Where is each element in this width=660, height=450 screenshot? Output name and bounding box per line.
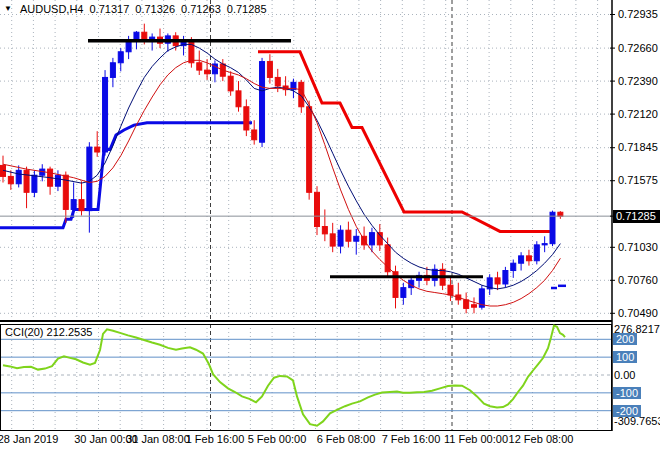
candle-body [16,170,21,183]
current-price-badge: 0.71285 [613,210,660,223]
candle-body [55,175,60,186]
cci-level-badge: 100 [613,351,637,363]
chart-canvas[interactable] [0,0,660,450]
support-step-line [0,123,252,228]
candle-body [315,192,320,226]
candle-body [401,288,406,298]
candle-body [550,212,555,243]
price-tick-label: 0.72390 [617,75,659,87]
candle-body [519,256,524,263]
candle-body [228,76,233,91]
candle-body [495,278,500,284]
candle-body [32,175,37,192]
price-tick-label: 0.71030 [617,241,659,253]
time-tick-label: 7 Feb 16:00 [382,433,441,445]
cci-zero-label: 0.00 [614,369,635,381]
cci-min-label: -309.7653 [614,415,660,427]
cci-level-badge: -100 [613,387,641,399]
resistance-step-line [258,52,553,232]
candle-body [511,263,516,270]
cci-level-badge: -200 [613,405,641,417]
time-tick-label: 31 Jan 08:00 [126,433,190,445]
cci-panel-border [1,325,612,431]
current-price-value: 0.71285 [616,210,656,222]
candle-body [267,62,272,78]
symbol-label: AUDUSD,H4 [20,3,84,15]
candle-body [307,107,312,193]
candle-body [244,107,249,130]
price-tick-label: 0.71575 [617,174,659,186]
candle-body [252,130,257,140]
candle-body [189,40,194,63]
candle-body [558,212,563,216]
candle-body [503,271,508,284]
price-tick-label: 0.72660 [617,42,659,54]
symbol-dropdown-icon[interactable]: ▼ [4,4,12,14]
candle-body [71,200,76,210]
time-tick-label: 28 Jan 2019 [0,433,58,445]
candle-body [118,52,123,63]
candle-body [322,227,327,234]
candle-body [542,244,547,245]
candle-body [87,147,92,211]
time-tick-label: 6 Feb 08:00 [317,433,376,445]
candle-body [8,176,13,183]
candle-body [338,230,343,246]
ohlc-open-value: 0.71317 [90,3,130,15]
ohlc-high-value: 0.71326 [135,3,175,15]
trading-chart-window: ▼ AUDUSD,H4 0.71317 0.71326 0.71263 0.71… [0,0,660,450]
candle-body [448,285,453,295]
candle-body [464,300,469,309]
candle-body [236,91,241,107]
candle-body [95,147,100,152]
time-tick-label: 12 Feb 08:00 [509,433,574,445]
candle-body [197,63,202,70]
price-tick-label: 0.72120 [617,108,659,120]
symbol-ohlc-header: ▼ AUDUSD,H4 0.71317 0.71326 0.71263 0.71… [4,2,267,16]
candle-body [260,62,265,143]
price-tick-label: 0.71845 [617,141,659,153]
candle-body [110,63,115,78]
candle-body [330,234,335,246]
candle-body [369,233,374,245]
candle-body [385,245,390,272]
candle-body [526,256,531,261]
candle-body [354,236,359,241]
candle-body [534,245,539,261]
cci-level-badge: 200 [613,333,637,345]
candle-body [472,305,477,307]
time-tick-label: 1 Feb 16:00 [186,433,245,445]
candle-body [79,200,84,211]
ohlc-low-value: 0.71263 [181,3,221,15]
candle-body [142,32,147,39]
price-tick-label: 0.70760 [617,274,659,286]
candle-body [24,170,29,192]
ohlc-close-value: 0.71285 [227,3,267,15]
candle-body [275,77,280,86]
time-tick-label: 11 Feb 00:00 [444,433,508,445]
price-tick-label: 0.72935 [617,8,659,20]
time-tick-label: 5 Feb 00:00 [248,433,307,445]
candle-body [103,77,108,152]
candle-body [346,230,351,241]
candle-body [205,70,210,74]
price-tick-label: 0.70490 [617,307,659,319]
cci-indicator-label: CCI(20) 212.2535 [5,326,92,338]
